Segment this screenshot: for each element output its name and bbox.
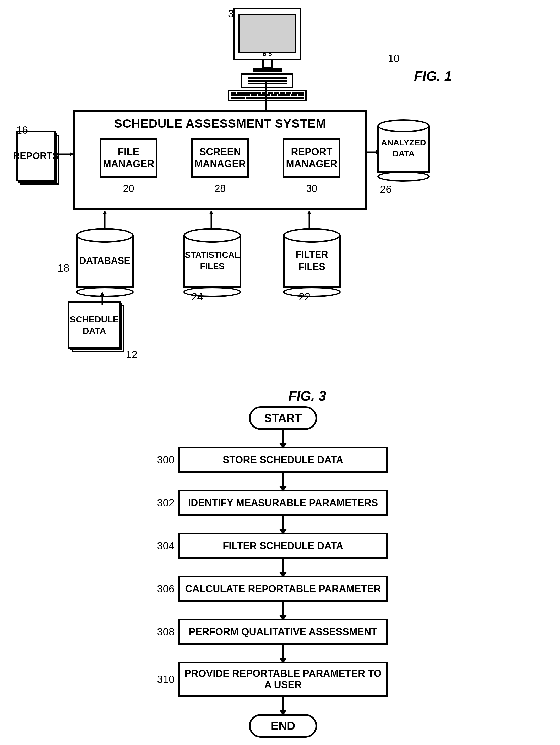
step310-box: PROVIDE REPORTABLE PARAMETER TO A USER: [178, 661, 388, 697]
sas-title: SCHEDULE ASSESSMENT SYSTEM: [75, 112, 365, 133]
filter-files-cylinder: FILTER FILES: [283, 228, 341, 297]
ref-26: 26: [380, 184, 392, 195]
sas-box: SCHEDULE ASSESSMENT SYSTEM FILE MANAGER …: [73, 110, 367, 210]
step-300: 300 STORE SCHEDULE DATA: [152, 447, 388, 473]
end-node: END: [152, 714, 388, 738]
statistical-files-cylinder: STATISTICAL FILES: [184, 228, 241, 297]
step308-num: 308: [152, 626, 178, 638]
screen-manager-box: SCREEN MANAGER: [191, 138, 249, 178]
start-label: START: [249, 406, 317, 430]
ref-24: 24: [191, 291, 203, 303]
step304-num: 304: [152, 540, 178, 552]
svg-marker-1: [263, 81, 269, 85]
statistical-files-label: STATISTICAL FILES: [185, 250, 240, 272]
step304-box: FILTER SCHEDULE DATA: [178, 533, 388, 559]
ref-20: 20: [100, 183, 158, 194]
svg-marker-4: [70, 152, 74, 156]
step-308: 308 PERFORM QUALITATIVE ASSESSMENT: [152, 619, 388, 645]
ref-28: 28: [191, 183, 249, 194]
step300-box: STORE SCHEDULE DATA: [178, 447, 388, 473]
step-302: 302 IDENTIFY MEASURABLE PARAMETERS: [152, 490, 388, 516]
fig1-label: FIG. 1: [414, 68, 452, 84]
database-label: DATABASE: [79, 255, 131, 267]
step306-num: 306: [152, 583, 178, 595]
ref-22: 22: [299, 291, 310, 303]
svg-marker-12: [307, 210, 311, 215]
bidir-arrow-computer-sas: [262, 81, 270, 113]
ref-12: 12: [126, 349, 138, 360]
file-manager-box: FILE MANAGER: [100, 138, 158, 178]
svg-marker-8: [103, 210, 107, 215]
fig3-label: FIG. 3: [288, 388, 326, 404]
end-label: END: [249, 714, 317, 738]
ref-16: 16: [16, 124, 28, 136]
diagram-container: FIG. 1 10 32: [0, 0, 560, 745]
arrow-stat-screenmanager: [208, 209, 214, 230]
flowchart: START 300 STORE SCHEDULE DATA 302 IDENTI…: [152, 406, 388, 743]
schedule-data-label: SCHEDULE DATA: [68, 301, 121, 349]
step-306: 306 CALCULATE REPORTABLE PARAMETER: [152, 576, 388, 602]
analyzed-data-cylinder: ANALYZED DATA: [377, 119, 430, 182]
analyzed-data-label: ANALYZED DATA: [379, 137, 428, 159]
step310-num: 310: [152, 674, 178, 685]
ref-18: 18: [58, 262, 69, 274]
svg-marker-6: [376, 150, 380, 154]
filter-files-label: FILTER FILES: [285, 249, 339, 273]
report-manager-box: REPORT MANAGER: [283, 138, 340, 178]
svg-marker-14: [100, 291, 104, 296]
arrow-scheduledata-db: [100, 290, 105, 305]
ref-10: 10: [388, 53, 400, 64]
arrow-sas-analyzed: [366, 150, 382, 155]
sas-modules: FILE MANAGER SCREEN MANAGER REPORT MANAG…: [75, 136, 365, 180]
ref-30: 30: [283, 183, 340, 194]
arrow-reports-sas: [57, 152, 77, 157]
reports-label: REPORTS: [16, 131, 56, 181]
step302-box: IDENTIFY MEASURABLE PARAMETERS: [178, 490, 388, 516]
step300-num: 300: [152, 454, 178, 466]
step-310: 310 PROVIDE REPORTABLE PARAMETER TO A US…: [152, 661, 388, 697]
arrow-db-filemanager: [102, 209, 107, 230]
step302-num: 302: [152, 497, 178, 509]
database-cylinder: DATABASE: [76, 228, 134, 297]
step306-box: CALCULATE REPORTABLE PARAMETER: [178, 576, 388, 602]
svg-marker-10: [209, 210, 213, 215]
arrow-filter-reportmanager: [306, 209, 312, 230]
step-304: 304 FILTER SCHEDULE DATA: [152, 533, 388, 559]
start-node: START: [152, 406, 388, 430]
step308-box: PERFORM QUALITATIVE ASSESSMENT: [178, 619, 388, 645]
